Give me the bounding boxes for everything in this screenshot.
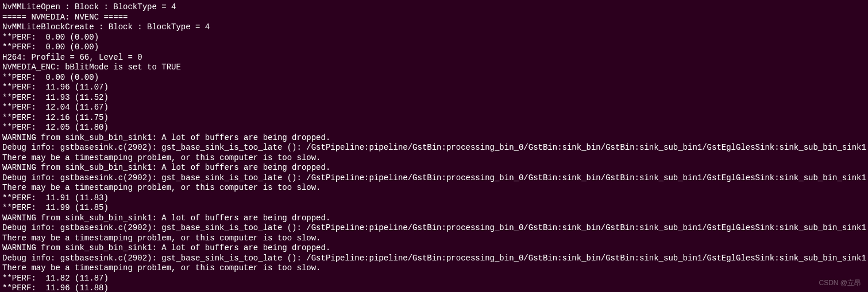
terminal-output[interactable]: NvMMLiteOpen : Block : BlockType = 4 ===… (2, 2, 866, 292)
terminal-line: **PERF: 11.99 (11.85) (2, 203, 866, 213)
terminal-line: There may be a timestamping problem, or … (2, 183, 866, 193)
terminal-line: Debug info: gstbasesink.c(2902): gst_bas… (2, 254, 866, 264)
terminal-line: Debug info: gstbasesink.c(2902): gst_bas… (2, 173, 866, 184)
terminal-line: Debug info: gstbasesink.c(2902): gst_bas… (2, 223, 866, 233)
terminal-line: NVMEDIA_ENC: bBlitMode is set to TRUE (2, 63, 866, 73)
terminal-line: **PERF: 12.04 (11.67) (2, 103, 866, 113)
terminal-line: **PERF: 0.00 (0.00) (2, 42, 866, 53)
terminal-line: **PERF: 0.00 (0.00) (2, 33, 866, 43)
terminal-line: H264: Profile = 66, Level = 0 (2, 53, 866, 63)
terminal-line: NvMMLiteOpen : Block : BlockType = 4 (2, 2, 866, 13)
terminal-line: ===== NVMEDIA: NVENC ===== (2, 13, 866, 23)
terminal-line: WARNING from sink_sub_bin_sink1: A lot o… (2, 163, 866, 173)
watermark-text: CSDN @立昂 (819, 279, 861, 287)
terminal-line: WARNING from sink_sub_bin_sink1: A lot o… (2, 133, 866, 143)
terminal-line: Debug info: gstbasesink.c(2902): gst_bas… (2, 143, 866, 153)
terminal-line: WARNING from sink_sub_bin_sink1: A lot o… (2, 243, 866, 254)
terminal-line: **PERF: 11.91 (11.83) (2, 193, 866, 204)
terminal-line: There may be a timestamping problem, or … (2, 153, 866, 163)
terminal-line: **PERF: 11.96 (11.88) (2, 283, 866, 292)
terminal-line: **PERF: 11.93 (11.52) (2, 93, 866, 103)
terminal-line: **PERF: 11.82 (11.87) (2, 274, 866, 284)
terminal-line: **PERF: 12.16 (11.75) (2, 113, 866, 123)
terminal-line: There may be a timestamping problem, or … (2, 263, 866, 274)
terminal-line: There may be a timestamping problem, or … (2, 233, 866, 244)
terminal-line: **PERF: 12.05 (11.80) (2, 123, 866, 133)
terminal-line: WARNING from sink_sub_bin_sink1: A lot o… (2, 213, 866, 224)
terminal-line: **PERF: 0.00 (0.00) (2, 73, 866, 83)
terminal-line: NvMMLiteBlockCreate : Block : BlockType … (2, 22, 866, 33)
terminal-line: **PERF: 11.96 (11.07) (2, 83, 866, 93)
